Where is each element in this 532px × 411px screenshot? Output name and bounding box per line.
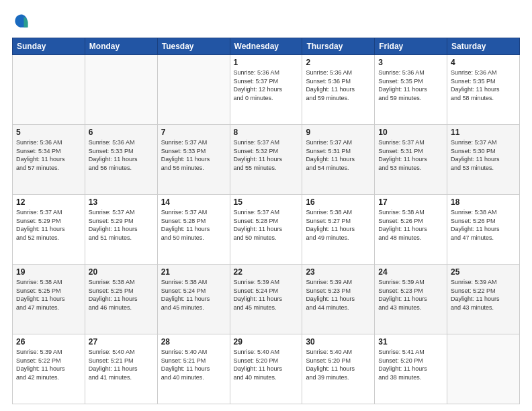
cell-text: Daylight: 11 hours	[234, 155, 299, 164]
cell-text: Sunrise: 5:40 AM	[234, 348, 299, 357]
weekday-header-thursday: Thursday	[302, 38, 375, 55]
cell-text: and 41 minutes.	[89, 373, 154, 382]
cell-text: Sunset: 5:29 PM	[89, 217, 154, 226]
cell-text: Daylight: 11 hours	[234, 365, 299, 373]
calendar-cell: 27Sunrise: 5:40 AMSunset: 5:21 PMDayligh…	[85, 334, 157, 404]
cell-text: and 49 minutes.	[306, 234, 371, 242]
calendar-cell: 18Sunrise: 5:38 AMSunset: 5:26 PMDayligh…	[447, 195, 520, 265]
day-number: 16	[306, 197, 371, 207]
day-number: 29	[234, 337, 299, 347]
cell-text: Sunrise: 5:37 AM	[234, 208, 299, 217]
cell-text: and 53 minutes.	[451, 164, 516, 173]
cell-text: Sunset: 5:21 PM	[161, 357, 226, 365]
cell-text: and 56 minutes.	[161, 164, 226, 173]
cell-text: Daylight: 11 hours	[378, 365, 443, 373]
cell-text: and 53 minutes.	[378, 164, 443, 173]
cell-text: and 55 minutes.	[234, 164, 299, 173]
cell-text: Daylight: 11 hours	[16, 365, 81, 373]
cell-text: Sunrise: 5:39 AM	[306, 278, 371, 287]
calendar-cell: 31Sunrise: 5:41 AMSunset: 5:20 PMDayligh…	[375, 334, 447, 404]
cell-text: and 44 minutes.	[306, 304, 371, 312]
cell-text: and 43 minutes.	[451, 304, 516, 312]
cell-text: Sunset: 5:35 PM	[451, 77, 516, 86]
day-number: 20	[89, 267, 154, 277]
cell-text: Sunset: 5:31 PM	[306, 147, 371, 156]
cell-text: Sunrise: 5:38 AM	[89, 278, 154, 287]
cell-text: and 38 minutes.	[378, 373, 443, 382]
cell-text: Daylight: 11 hours	[234, 295, 299, 304]
calendar-cell: 2Sunrise: 5:36 AMSunset: 5:36 PMDaylight…	[302, 55, 375, 125]
day-number: 25	[451, 267, 516, 277]
cell-text: Sunrise: 5:37 AM	[16, 208, 81, 217]
cell-text: Sunrise: 5:40 AM	[161, 348, 226, 357]
calendar-week-2: 5Sunrise: 5:36 AMSunset: 5:34 PMDaylight…	[13, 125, 520, 195]
calendar-body: 1Sunrise: 5:36 AMSunset: 5:37 PMDaylight…	[13, 55, 520, 404]
cell-text: Daylight: 11 hours	[306, 295, 371, 304]
cell-text: Sunrise: 5:39 AM	[16, 348, 81, 357]
cell-text: Daylight: 11 hours	[161, 155, 226, 164]
cell-text: Sunrise: 5:36 AM	[234, 68, 299, 77]
calendar-cell: 28Sunrise: 5:40 AMSunset: 5:21 PMDayligh…	[157, 334, 230, 404]
cell-text: Sunset: 5:21 PM	[89, 357, 154, 365]
day-number: 27	[89, 337, 154, 347]
cell-text: Sunrise: 5:38 AM	[161, 278, 226, 287]
cell-text: Sunrise: 5:37 AM	[306, 138, 371, 147]
cell-text: and 40 minutes.	[161, 373, 226, 382]
day-number: 2	[306, 58, 371, 67]
calendar-week-1: 1Sunrise: 5:36 AMSunset: 5:37 PMDaylight…	[13, 55, 520, 125]
calendar-cell: 16Sunrise: 5:38 AMSunset: 5:27 PMDayligh…	[302, 195, 375, 265]
day-number: 13	[89, 197, 154, 207]
cell-text: Daylight: 11 hours	[89, 225, 154, 234]
cell-text: Sunrise: 5:37 AM	[378, 138, 443, 147]
cell-text: Sunset: 5:20 PM	[378, 357, 443, 365]
cell-text: Daylight: 11 hours	[378, 85, 443, 94]
cell-text: Daylight: 11 hours	[306, 365, 371, 373]
cell-text: and 56 minutes.	[89, 164, 154, 173]
day-number: 21	[161, 267, 226, 277]
cell-text: Sunset: 5:32 PM	[234, 147, 299, 156]
day-number: 22	[234, 267, 299, 277]
cell-text: Sunset: 5:30 PM	[451, 147, 516, 156]
cell-text: and 45 minutes.	[161, 304, 226, 312]
cell-text: Sunset: 5:25 PM	[89, 287, 154, 295]
logo-icon	[12, 12, 31, 31]
cell-text: Sunset: 5:25 PM	[16, 287, 81, 295]
day-number: 17	[378, 197, 443, 207]
cell-text: Sunset: 5:28 PM	[161, 217, 226, 226]
cell-text: and 48 minutes.	[378, 234, 443, 242]
cell-text: Sunset: 5:29 PM	[16, 217, 81, 226]
calendar-cell	[157, 55, 230, 125]
calendar-week-3: 12Sunrise: 5:37 AMSunset: 5:29 PMDayligh…	[13, 195, 520, 265]
calendar-cell: 14Sunrise: 5:37 AMSunset: 5:28 PMDayligh…	[157, 195, 230, 265]
cell-text: Daylight: 11 hours	[234, 225, 299, 234]
cell-text: Sunrise: 5:36 AM	[89, 138, 154, 147]
calendar-cell: 17Sunrise: 5:38 AMSunset: 5:26 PMDayligh…	[375, 195, 447, 265]
cell-text: Sunrise: 5:40 AM	[306, 348, 371, 357]
calendar-cell: 22Sunrise: 5:39 AMSunset: 5:24 PMDayligh…	[230, 265, 302, 334]
cell-text: and 57 minutes.	[16, 164, 81, 173]
cell-text: Daylight: 11 hours	[161, 295, 226, 304]
cell-text: and 59 minutes.	[306, 94, 371, 103]
calendar-cell: 26Sunrise: 5:39 AMSunset: 5:22 PMDayligh…	[13, 334, 85, 404]
calendar-cell: 9Sunrise: 5:37 AMSunset: 5:31 PMDaylight…	[302, 125, 375, 195]
cell-text: Sunset: 5:26 PM	[378, 217, 443, 226]
cell-text: Sunrise: 5:38 AM	[306, 208, 371, 217]
cell-text: Sunrise: 5:36 AM	[451, 68, 516, 77]
cell-text: Daylight: 11 hours	[161, 365, 226, 373]
cell-text: and 0 minutes.	[234, 94, 299, 103]
day-number: 12	[16, 197, 81, 207]
calendar-cell: 10Sunrise: 5:37 AMSunset: 5:31 PMDayligh…	[375, 125, 447, 195]
cell-text: Sunset: 5:35 PM	[378, 77, 443, 86]
cell-text: Daylight: 11 hours	[451, 295, 516, 304]
weekday-header-row: SundayMondayTuesdayWednesdayThursdayFrid…	[13, 38, 520, 55]
calendar-cell: 25Sunrise: 5:39 AMSunset: 5:22 PMDayligh…	[447, 265, 520, 334]
day-number: 11	[451, 128, 516, 137]
cell-text: and 54 minutes.	[306, 164, 371, 173]
day-number: 9	[306, 128, 371, 137]
day-number: 19	[16, 267, 81, 277]
weekday-header-friday: Friday	[375, 38, 447, 55]
calendar-week-4: 19Sunrise: 5:38 AMSunset: 5:25 PMDayligh…	[13, 265, 520, 334]
day-number: 26	[16, 337, 81, 347]
cell-text: Daylight: 11 hours	[89, 295, 154, 304]
logo	[12, 12, 34, 31]
